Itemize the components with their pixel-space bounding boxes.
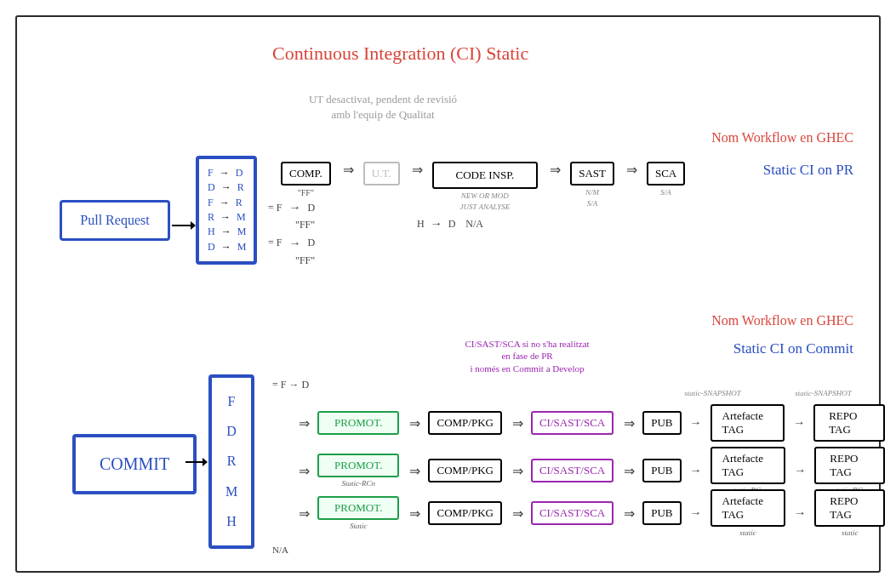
merge-row: H→M <box>208 225 245 238</box>
dbl-arrow-icon: ⇒ <box>404 463 423 479</box>
ghec-label: Nom Workflow en GHEC <box>711 130 853 146</box>
sast-sub: N/M <box>585 188 599 197</box>
comp-sub: "FF" <box>298 188 314 197</box>
branch-letter: F <box>228 394 236 409</box>
pub-box: PUB <box>642 459 681 482</box>
eq-row: = F→D <box>268 198 315 217</box>
merge-row: F→R <box>208 197 245 209</box>
ut-note: UT desactivat, pendent de revisió amb l'… <box>298 92 468 123</box>
artefact-tag-box: Artefacte TAG <box>711 489 786 527</box>
commit-row: ⇒ PROMOT. Static ⇒ COMP/PKG ⇒ CI/SAST/SC… <box>294 489 885 537</box>
page-title: Continuous Integration (CI) Static <box>272 43 528 65</box>
dbl-arrow-icon: ⇒ <box>294 415 312 431</box>
comp-box: COMP. <box>281 162 331 186</box>
branch-letter: M <box>225 484 237 500</box>
branch-letter: D <box>226 424 237 439</box>
merge-row: D→R <box>208 181 245 194</box>
pull-request-box: Pull Request <box>60 200 170 241</box>
arrow-icon: → <box>687 464 705 477</box>
arrow-icon: → <box>790 464 809 477</box>
arrow-icon: → <box>687 506 705 520</box>
ghec-pr-name: Static CI on PR <box>763 162 853 179</box>
commit-na: N/A <box>272 545 288 555</box>
merge-row: D→M <box>208 241 245 254</box>
dbl-arrow-icon: ⇒ <box>507 463 526 479</box>
dbl-arrow-icon: ⇒ <box>338 162 357 178</box>
comppkg-box: COMP/PKG <box>428 411 501 435</box>
promot-box: PROMOT. <box>317 454 399 477</box>
dbl-arrow-icon: ⇒ <box>507 415 526 431</box>
arrow-icon: → <box>790 506 809 520</box>
repo-tag-box: REPO TAG <box>814 447 885 484</box>
svg-marker-3 <box>203 458 208 466</box>
eq-row: "FF" <box>268 217 315 233</box>
comppkg-box: COMP/PKG <box>428 501 501 525</box>
pub-box: PUB <box>642 501 681 525</box>
dbl-arrow-icon: ⇒ <box>507 505 526 522</box>
purple-note-line: CI/SAST/SCA si no s'ha realitzat <box>465 339 589 349</box>
code-insp-sub: JUST ANALYSE <box>459 203 510 211</box>
promot-box: PROMOT. <box>317 496 399 520</box>
artefact-tag-box: Artefacte TAG <box>711 447 786 484</box>
repo-tag-box: REPO TAG <box>813 404 885 442</box>
tag-header: static-SNAPSHOT <box>672 389 753 397</box>
pr-eq-rows: = F→D "FF" = F→D "FF" <box>268 198 315 269</box>
eq-row: = F→D <box>268 234 315 253</box>
commit-row: ⇒ PROMOT. Static-RCn ⇒ COMP/PKG ⇒ CI/SAS… <box>294 447 885 494</box>
branch-letter: R <box>227 454 237 469</box>
dbl-arrow-icon: ⇒ <box>619 463 637 479</box>
arrow-icon: → <box>687 416 705 430</box>
tag-header: static-SNAPSHOT <box>783 389 864 397</box>
promot-box: PROMOT. <box>317 411 399 435</box>
sast-box: SAST <box>570 162 614 186</box>
tag-sub: static <box>842 528 859 537</box>
cisast-box: CI/SAST/SCA <box>531 501 614 525</box>
tag-sub: static <box>739 528 756 537</box>
comppkg-box: COMP/PKG <box>428 459 501 482</box>
dbl-arrow-icon: ⇒ <box>619 415 637 431</box>
pr-h-row: H → D N/A <box>417 217 483 231</box>
commit-branch-box: F D R M H <box>208 374 254 549</box>
arrow-icon <box>185 454 208 471</box>
ut-note-line: UT desactivat, pendent de revisió <box>309 93 457 106</box>
artefact-tag-box: Artefacte TAG <box>711 404 785 442</box>
repo-tag-box: REPO TAG <box>814 489 885 527</box>
dbl-arrow-icon: ⇒ <box>545 162 563 178</box>
pr-chain: COMP. "FF" ⇒ U.T. ⇒ CODE INSP. NEW OR MO… <box>281 162 685 211</box>
dbl-arrow-icon: ⇒ <box>294 505 312 522</box>
cisast-box: CI/SAST/SCA <box>531 459 614 482</box>
eq-row: "FF" <box>268 253 315 269</box>
dbl-arrow-icon: ⇒ <box>621 162 640 178</box>
cisast-box: CI/SAST/SCA <box>531 411 614 435</box>
sca-box: SCA <box>647 162 685 186</box>
promot-sub: Static-RCn <box>341 479 375 488</box>
promot-sub: Static <box>350 522 368 530</box>
ut-note-line: amb l'equip de Qualitat <box>331 108 434 121</box>
dbl-arrow-icon: ⇒ <box>407 162 425 178</box>
merge-row: R→M <box>208 211 245 224</box>
merge-row: F→D <box>208 167 245 180</box>
dbl-arrow-icon: ⇒ <box>294 463 312 479</box>
commit-box: COMMIT <box>72 434 197 494</box>
arrow-icon: → <box>790 416 808 430</box>
ut-box: U.T. <box>363 162 400 186</box>
dbl-arrow-icon: ⇒ <box>619 505 637 522</box>
dbl-arrow-icon: ⇒ <box>404 415 423 431</box>
purple-note-line: i només en Commit a Develop <box>470 363 584 374</box>
branch-letter: H <box>226 514 237 529</box>
dbl-arrow-icon: ⇒ <box>404 505 423 522</box>
commit-eq: = F → D <box>272 379 309 391</box>
arrow-icon <box>172 217 196 234</box>
pr-merge-matrix: F→D D→R F→R R→M H→M D→M <box>196 156 257 265</box>
purple-note: CI/SAST/SCA si no s'ha realitzat en fase… <box>448 338 606 374</box>
ghec-commit-name: Static CI on Commit <box>733 340 853 357</box>
sast-sub: S/A <box>587 199 598 208</box>
ghec-label: Nom Workflow en GHEC <box>711 313 853 328</box>
commit-row: ⇒ PROMOT. ⇒ COMP/PKG ⇒ CI/SAST/SCA ⇒ PUB… <box>294 404 885 442</box>
code-insp-box: CODE INSP. <box>432 162 539 189</box>
purple-note-line: en fase de PR <box>501 351 552 361</box>
pub-box: PUB <box>642 411 681 435</box>
code-insp-sub: NEW OR MOD <box>461 191 509 200</box>
sca-sub: S/A <box>660 188 671 197</box>
